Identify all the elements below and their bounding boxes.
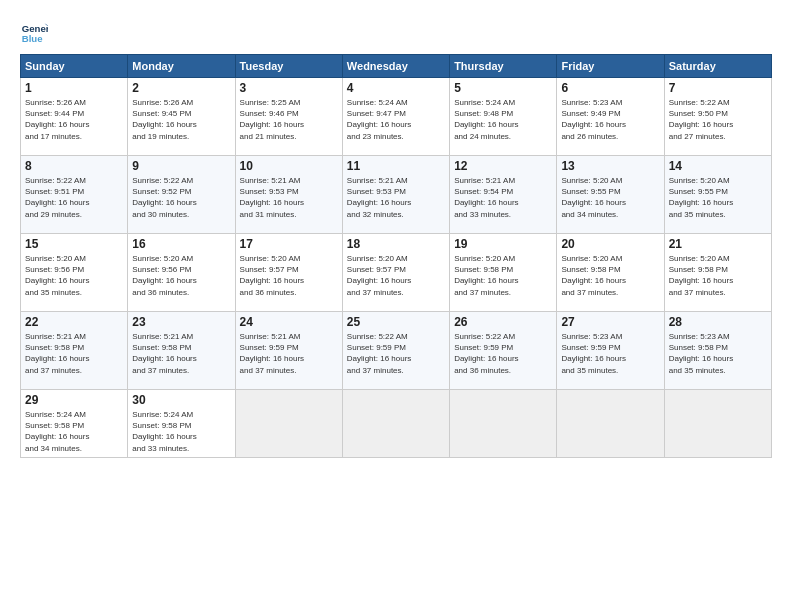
day-number: 25	[347, 315, 445, 329]
calendar-table: SundayMondayTuesdayWednesdayThursdayFrid…	[20, 54, 772, 458]
calendar-cell	[342, 390, 449, 458]
day-header-thursday: Thursday	[450, 55, 557, 78]
calendar-cell: 13 Sunrise: 5:20 AMSunset: 9:55 PMDaylig…	[557, 156, 664, 234]
day-info: Sunrise: 5:22 AMSunset: 9:51 PMDaylight:…	[25, 176, 89, 219]
day-info: Sunrise: 5:20 AMSunset: 9:57 PMDaylight:…	[347, 254, 411, 297]
day-info: Sunrise: 5:25 AMSunset: 9:46 PMDaylight:…	[240, 98, 304, 141]
day-info: Sunrise: 5:21 AMSunset: 9:53 PMDaylight:…	[347, 176, 411, 219]
calendar-week-3: 15 Sunrise: 5:20 AMSunset: 9:56 PMDaylig…	[21, 234, 772, 312]
day-info: Sunrise: 5:21 AMSunset: 9:58 PMDaylight:…	[25, 332, 89, 375]
day-header-sunday: Sunday	[21, 55, 128, 78]
day-info: Sunrise: 5:23 AMSunset: 9:59 PMDaylight:…	[561, 332, 625, 375]
day-info: Sunrise: 5:23 AMSunset: 9:58 PMDaylight:…	[669, 332, 733, 375]
calendar-cell: 7 Sunrise: 5:22 AMSunset: 9:50 PMDayligh…	[664, 78, 771, 156]
day-header-saturday: Saturday	[664, 55, 771, 78]
day-number: 10	[240, 159, 338, 173]
calendar-cell: 14 Sunrise: 5:20 AMSunset: 9:55 PMDaylig…	[664, 156, 771, 234]
calendar-cell: 15 Sunrise: 5:20 AMSunset: 9:56 PMDaylig…	[21, 234, 128, 312]
day-info: Sunrise: 5:21 AMSunset: 9:59 PMDaylight:…	[240, 332, 304, 375]
day-info: Sunrise: 5:20 AMSunset: 9:58 PMDaylight:…	[454, 254, 518, 297]
day-number: 6	[561, 81, 659, 95]
calendar-cell: 21 Sunrise: 5:20 AMSunset: 9:58 PMDaylig…	[664, 234, 771, 312]
calendar-cell: 8 Sunrise: 5:22 AMSunset: 9:51 PMDayligh…	[21, 156, 128, 234]
calendar-cell	[557, 390, 664, 458]
calendar-cell: 30 Sunrise: 5:24 AMSunset: 9:58 PMDaylig…	[128, 390, 235, 458]
day-number: 1	[25, 81, 123, 95]
day-number: 13	[561, 159, 659, 173]
day-info: Sunrise: 5:20 AMSunset: 9:56 PMDaylight:…	[132, 254, 196, 297]
day-header-monday: Monday	[128, 55, 235, 78]
logo: General Blue	[20, 18, 48, 46]
day-info: Sunrise: 5:20 AMSunset: 9:55 PMDaylight:…	[561, 176, 625, 219]
calendar-week-4: 22 Sunrise: 5:21 AMSunset: 9:58 PMDaylig…	[21, 312, 772, 390]
calendar-body: 1 Sunrise: 5:26 AMSunset: 9:44 PMDayligh…	[21, 78, 772, 458]
calendar-week-5: 29 Sunrise: 5:24 AMSunset: 9:58 PMDaylig…	[21, 390, 772, 458]
day-number: 19	[454, 237, 552, 251]
day-info: Sunrise: 5:24 AMSunset: 9:48 PMDaylight:…	[454, 98, 518, 141]
day-number: 5	[454, 81, 552, 95]
day-number: 2	[132, 81, 230, 95]
svg-text:Blue: Blue	[22, 33, 43, 44]
day-info: Sunrise: 5:22 AMSunset: 9:50 PMDaylight:…	[669, 98, 733, 141]
day-info: Sunrise: 5:20 AMSunset: 9:57 PMDaylight:…	[240, 254, 304, 297]
calendar-cell	[235, 390, 342, 458]
day-number: 26	[454, 315, 552, 329]
calendar-cell: 10 Sunrise: 5:21 AMSunset: 9:53 PMDaylig…	[235, 156, 342, 234]
calendar-cell: 2 Sunrise: 5:26 AMSunset: 9:45 PMDayligh…	[128, 78, 235, 156]
calendar-cell	[664, 390, 771, 458]
calendar-header: SundayMondayTuesdayWednesdayThursdayFrid…	[21, 55, 772, 78]
calendar-cell: 26 Sunrise: 5:22 AMSunset: 9:59 PMDaylig…	[450, 312, 557, 390]
page-header: General Blue	[20, 18, 772, 46]
day-number: 12	[454, 159, 552, 173]
day-number: 9	[132, 159, 230, 173]
day-number: 3	[240, 81, 338, 95]
calendar-week-2: 8 Sunrise: 5:22 AMSunset: 9:51 PMDayligh…	[21, 156, 772, 234]
day-number: 17	[240, 237, 338, 251]
calendar-cell: 22 Sunrise: 5:21 AMSunset: 9:58 PMDaylig…	[21, 312, 128, 390]
day-number: 4	[347, 81, 445, 95]
calendar-cell: 12 Sunrise: 5:21 AMSunset: 9:54 PMDaylig…	[450, 156, 557, 234]
day-number: 20	[561, 237, 659, 251]
calendar-cell: 17 Sunrise: 5:20 AMSunset: 9:57 PMDaylig…	[235, 234, 342, 312]
calendar-cell: 29 Sunrise: 5:24 AMSunset: 9:58 PMDaylig…	[21, 390, 128, 458]
calendar-cell: 20 Sunrise: 5:20 AMSunset: 9:58 PMDaylig…	[557, 234, 664, 312]
calendar-cell: 27 Sunrise: 5:23 AMSunset: 9:59 PMDaylig…	[557, 312, 664, 390]
day-number: 29	[25, 393, 123, 407]
calendar-cell: 25 Sunrise: 5:22 AMSunset: 9:59 PMDaylig…	[342, 312, 449, 390]
day-info: Sunrise: 5:21 AMSunset: 9:53 PMDaylight:…	[240, 176, 304, 219]
day-number: 15	[25, 237, 123, 251]
calendar-page: General Blue SundayMondayTuesdayWednesda…	[0, 0, 792, 612]
day-number: 22	[25, 315, 123, 329]
day-number: 16	[132, 237, 230, 251]
calendar-cell: 16 Sunrise: 5:20 AMSunset: 9:56 PMDaylig…	[128, 234, 235, 312]
day-info: Sunrise: 5:22 AMSunset: 9:59 PMDaylight:…	[347, 332, 411, 375]
day-number: 18	[347, 237, 445, 251]
calendar-cell: 24 Sunrise: 5:21 AMSunset: 9:59 PMDaylig…	[235, 312, 342, 390]
day-number: 27	[561, 315, 659, 329]
day-info: Sunrise: 5:26 AMSunset: 9:45 PMDaylight:…	[132, 98, 196, 141]
day-number: 11	[347, 159, 445, 173]
calendar-cell: 3 Sunrise: 5:25 AMSunset: 9:46 PMDayligh…	[235, 78, 342, 156]
day-info: Sunrise: 5:23 AMSunset: 9:49 PMDaylight:…	[561, 98, 625, 141]
day-info: Sunrise: 5:20 AMSunset: 9:58 PMDaylight:…	[561, 254, 625, 297]
day-number: 30	[132, 393, 230, 407]
calendar-cell: 28 Sunrise: 5:23 AMSunset: 9:58 PMDaylig…	[664, 312, 771, 390]
calendar-cell: 19 Sunrise: 5:20 AMSunset: 9:58 PMDaylig…	[450, 234, 557, 312]
day-info: Sunrise: 5:24 AMSunset: 9:47 PMDaylight:…	[347, 98, 411, 141]
day-header-wednesday: Wednesday	[342, 55, 449, 78]
day-number: 14	[669, 159, 767, 173]
day-info: Sunrise: 5:20 AMSunset: 9:56 PMDaylight:…	[25, 254, 89, 297]
day-info: Sunrise: 5:22 AMSunset: 9:59 PMDaylight:…	[454, 332, 518, 375]
calendar-week-1: 1 Sunrise: 5:26 AMSunset: 9:44 PMDayligh…	[21, 78, 772, 156]
calendar-cell	[450, 390, 557, 458]
calendar-cell: 5 Sunrise: 5:24 AMSunset: 9:48 PMDayligh…	[450, 78, 557, 156]
logo-icon: General Blue	[20, 18, 48, 46]
calendar-cell: 6 Sunrise: 5:23 AMSunset: 9:49 PMDayligh…	[557, 78, 664, 156]
day-info: Sunrise: 5:21 AMSunset: 9:58 PMDaylight:…	[132, 332, 196, 375]
day-info: Sunrise: 5:26 AMSunset: 9:44 PMDaylight:…	[25, 98, 89, 141]
day-number: 7	[669, 81, 767, 95]
day-info: Sunrise: 5:22 AMSunset: 9:52 PMDaylight:…	[132, 176, 196, 219]
day-number: 8	[25, 159, 123, 173]
day-header-friday: Friday	[557, 55, 664, 78]
day-number: 28	[669, 315, 767, 329]
